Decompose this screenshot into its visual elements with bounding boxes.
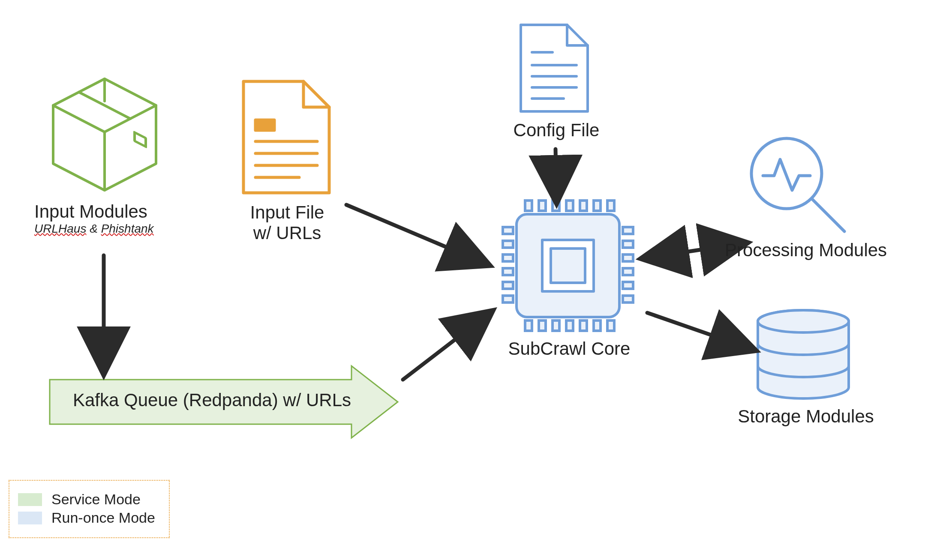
svg-rect-25	[580, 320, 587, 331]
storage-modules-title: Storage Modules	[720, 406, 892, 427]
svg-point-40	[751, 138, 822, 209]
wavy-text-1: URLHaus	[34, 222, 86, 235]
svg-rect-13	[551, 249, 585, 283]
svg-rect-12	[542, 240, 594, 291]
svg-rect-23	[553, 320, 559, 331]
subcrawl-core-node: SubCrawl Core	[492, 338, 646, 359]
svg-rect-18	[580, 201, 587, 211]
input-modules-title: Input Modules	[34, 201, 176, 222]
svg-rect-20	[607, 201, 614, 211]
svg-rect-34	[623, 227, 633, 234]
legend-swatch-green	[18, 493, 42, 506]
svg-rect-17	[566, 201, 573, 211]
config-file-node: Config File	[492, 120, 621, 141]
svg-rect-27	[607, 320, 614, 331]
svg-rect-39	[623, 296, 633, 302]
input-modules-node: Input Modules URLHaus & Phishtank	[34, 201, 176, 236]
svg-rect-33	[503, 296, 513, 302]
arrow-core-to-storage	[647, 313, 746, 347]
svg-rect-24	[566, 320, 573, 331]
svg-rect-32	[503, 282, 513, 289]
document-blue-icon	[521, 25, 588, 111]
input-file-line1: Input File	[231, 202, 343, 223]
diagram-canvas	[0, 0, 940, 560]
legend-row-runonce: Run-once Mode	[18, 509, 155, 526]
document-orange-icon	[243, 81, 329, 193]
legend-box: Service Mode Run-once Mode	[9, 480, 170, 538]
svg-rect-35	[623, 241, 633, 248]
subtitle-mid: &	[86, 222, 101, 235]
svg-rect-1	[255, 120, 274, 130]
svg-point-42	[758, 310, 849, 332]
arrow-inputfile-to-core	[346, 205, 480, 261]
svg-rect-31	[503, 268, 513, 275]
svg-rect-0	[135, 132, 146, 147]
svg-point-41	[758, 310, 849, 332]
database-icon	[758, 310, 849, 398]
config-file-title: Config File	[492, 120, 621, 141]
legend-row-service: Service Mode	[18, 491, 155, 508]
kafka-queue-label: Kafka Queue (Redpanda) w/ URLs	[73, 390, 351, 410]
input-file-node: Input File w/ URLs	[231, 202, 343, 243]
box-icon	[53, 79, 156, 190]
svg-rect-15	[539, 201, 546, 211]
cpu-icon	[503, 201, 633, 331]
storage-modules-node: Storage Modules	[720, 406, 892, 427]
svg-rect-14	[525, 201, 532, 211]
svg-rect-38	[623, 282, 633, 289]
processing-modules-node: Processing Modules	[707, 240, 904, 261]
svg-rect-21	[525, 320, 532, 331]
magnifier-activity-icon	[751, 138, 844, 231]
arrow-config-to-core	[556, 149, 556, 193]
svg-rect-36	[623, 255, 633, 261]
processing-modules-title: Processing Modules	[707, 240, 904, 261]
subcrawl-core-title: SubCrawl Core	[492, 338, 646, 359]
legend-service-label: Service Mode	[51, 491, 141, 508]
input-modules-subtitle: URLHaus & Phishtank	[34, 222, 176, 236]
wavy-text-2: Phishtank	[101, 222, 154, 235]
svg-rect-11	[517, 214, 619, 317]
svg-rect-30	[503, 255, 513, 261]
svg-rect-19	[594, 201, 601, 211]
svg-rect-29	[503, 241, 513, 248]
svg-rect-28	[503, 227, 513, 234]
svg-rect-16	[553, 201, 559, 211]
svg-rect-37	[623, 268, 633, 275]
arrow-kafka-to-core	[403, 317, 484, 380]
legend-swatch-blue	[18, 512, 42, 524]
svg-rect-26	[594, 320, 601, 331]
input-file-line2: w/ URLs	[231, 223, 343, 243]
legend-runonce-label: Run-once Mode	[51, 509, 155, 526]
svg-rect-22	[539, 320, 546, 331]
